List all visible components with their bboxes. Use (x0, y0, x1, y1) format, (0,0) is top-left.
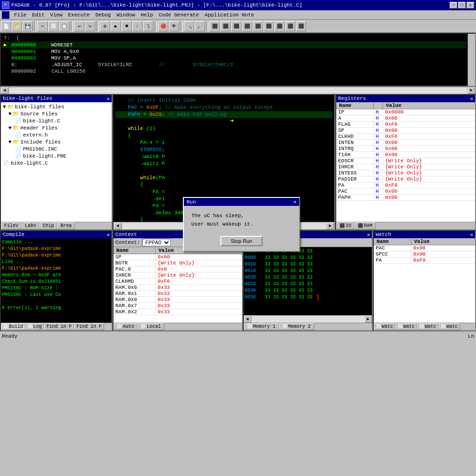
dialog-title-bar: Run ✕ (184, 198, 299, 206)
stop-run-button[interactable]: Stop Run (220, 236, 263, 246)
dialog-message-2: User must wakeup it. (191, 220, 292, 228)
dialog-message-1: The uC has sleep, (191, 212, 292, 220)
dialog-buttons: Stop Run (184, 234, 299, 251)
dialog-title-text: Run (187, 199, 196, 205)
dialog-content: The uC has sleep, User must wakeup it. (184, 206, 299, 234)
dialog-overlay: Run ✕ The uC has sleep, User must wakeup… (0, 0, 476, 476)
run-dialog: Run ✕ The uC has sleep, User must wakeup… (183, 197, 300, 252)
dialog-close[interactable]: ✕ (293, 199, 296, 205)
